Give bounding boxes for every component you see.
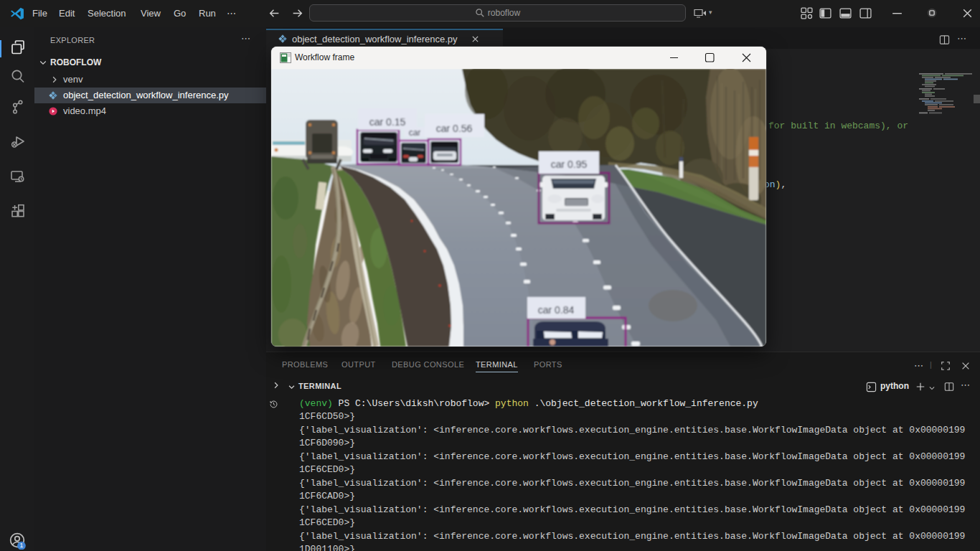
- svg-text:car 0.95: car 0.95: [551, 159, 588, 170]
- svg-text:car 0.84: car 0.84: [538, 304, 575, 316]
- svg-text:car 0.56: car 0.56: [436, 123, 473, 134]
- svg-text:car 0.15: car 0.15: [369, 116, 406, 128]
- svg-text:1: 1: [20, 542, 24, 549]
- svg-text:car: car: [409, 128, 421, 138]
